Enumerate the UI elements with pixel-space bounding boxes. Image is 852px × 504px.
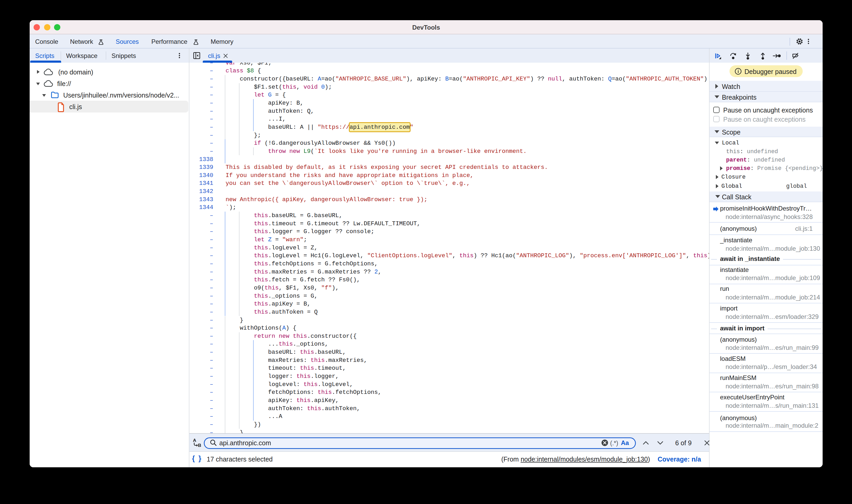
svg-text:A: A	[193, 438, 196, 443]
svg-text:B: B	[198, 443, 201, 448]
